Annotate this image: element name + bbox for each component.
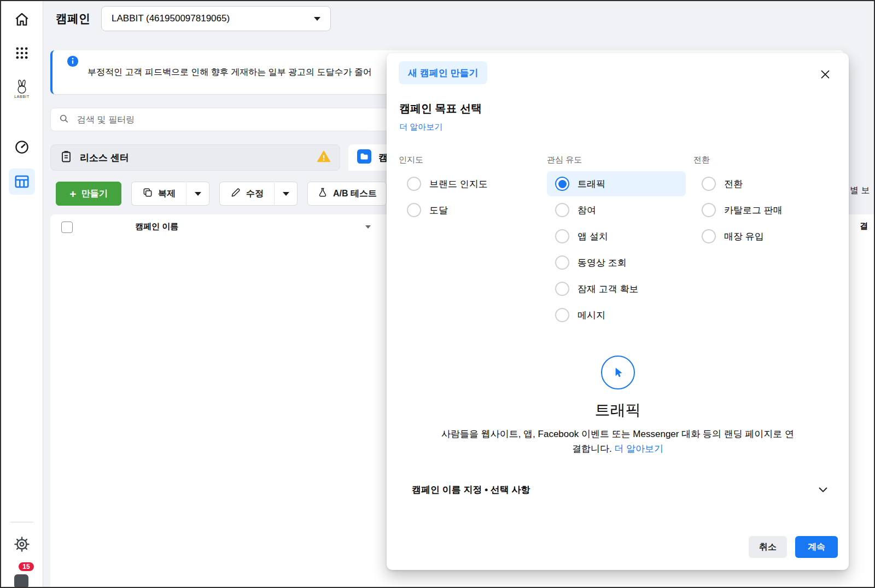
radio-icon <box>555 255 569 270</box>
duplicate-button[interactable]: 복제 <box>131 182 186 206</box>
copy-icon <box>142 187 153 200</box>
notification-badge[interactable]: 15 <box>18 561 35 572</box>
radio-icon <box>555 308 569 322</box>
objective-groups: 인지도 브랜드 인지도 도달 관심 유도 트래픽 <box>399 155 843 329</box>
group-awareness: 인지도 브랜드 인지도 도달 <box>399 155 547 329</box>
campaigns-table-icon[interactable] <box>9 168 35 195</box>
edit-split-button: 수정 <box>219 182 298 206</box>
objective-label: 카탈로그 판매 <box>724 204 783 217</box>
chevron-down-icon <box>195 192 201 196</box>
chevron-down-icon <box>817 484 829 496</box>
duplicate-button-label: 복제 <box>158 188 176 200</box>
duplicate-split-button: 복제 <box>131 182 209 206</box>
create-button[interactable]: + 만들기 <box>56 182 121 206</box>
objective-label: 동영상 조회 <box>578 257 627 269</box>
settings-gear-icon[interactable] <box>9 531 35 557</box>
column-campaign-name[interactable]: 캠페인 이름 <box>135 214 178 239</box>
objective-lead-generation[interactable]: 잠재 고객 확보 <box>547 276 686 301</box>
objective-label: 앱 설치 <box>578 230 608 243</box>
radio-icon <box>555 282 569 296</box>
learn-more-link[interactable]: 더 알아보기 <box>399 122 442 132</box>
alert-icon[interactable] <box>14 574 28 588</box>
selected-objective-title: 트래픽 <box>387 400 849 421</box>
close-icon <box>819 68 831 80</box>
radio-icon <box>555 177 569 191</box>
chevron-down-icon <box>314 17 320 21</box>
objective-reach[interactable]: 도달 <box>399 197 539 223</box>
create-campaign-modal: 새 캠페인 만들기 캠페인 목표 선택 더 알아보기 인지도 브랜드 인지도 도… <box>387 53 849 570</box>
objective-description: 사람들을 웹사이트, 앱, Facebook 이벤트 또는 Messenger … <box>441 427 795 456</box>
objective-app-installs[interactable]: 앱 설치 <box>547 224 686 249</box>
radio-icon <box>702 203 716 217</box>
objective-label: 잠재 고객 확보 <box>578 283 638 295</box>
radio-icon <box>407 203 421 217</box>
page-title: 캠페인 <box>56 11 90 26</box>
group-conversion-header: 전환 <box>693 155 843 167</box>
edit-dropdown-button[interactable] <box>274 182 298 206</box>
objective-label: 브랜드 인지도 <box>429 178 488 190</box>
group-consideration: 관심 유도 트래픽 참여 앱 설치 동영상 조회 <box>547 155 693 329</box>
edit-button[interactable]: 수정 <box>219 182 274 206</box>
group-consideration-header: 관심 유도 <box>547 155 693 167</box>
account-selector[interactable]: LABBIT (461950097819065) <box>101 6 331 31</box>
apps-grid-icon[interactable] <box>9 40 35 66</box>
warning-icon <box>317 149 331 166</box>
campaign-name-section-label: 캠페인 이름 지정 • 선택 사항 <box>400 484 530 496</box>
detail-learn-more-link[interactable]: 더 알아보기 <box>614 444 663 454</box>
labbit-logo-text: LABBIT <box>14 95 29 98</box>
modal-heading: 캠페인 목표 선택 <box>399 101 482 116</box>
column-edge-fragment: 결 <box>860 221 868 231</box>
clipboard-icon <box>60 150 73 165</box>
notice-text: 부정적인 고객 피드백으로 인해 향후 게재하는 일부 광고의 도달수가 줄어 <box>88 67 372 78</box>
labbit-logo[interactable]: LABBIT <box>9 77 35 103</box>
info-icon <box>67 55 79 69</box>
toolbar: + 만들기 복제 수정 <box>56 182 387 206</box>
notification-count: 15 <box>22 563 30 570</box>
create-button-label: 만들기 <box>81 188 108 200</box>
objective-traffic[interactable]: 트래픽 <box>547 171 686 196</box>
traffic-objective-icon <box>601 356 635 389</box>
radio-icon <box>407 177 421 191</box>
objective-engagement[interactable]: 참여 <box>547 197 686 223</box>
group-conversion: 전환 전환 카탈로그 판매 매장 유입 <box>693 155 843 329</box>
duplicate-dropdown-button[interactable] <box>186 182 209 206</box>
ab-test-button-label: A/B 테스트 <box>333 188 377 200</box>
tab-resource-center[interactable]: 리소스 센터 <box>50 144 340 171</box>
ab-test-button[interactable]: A/B 테스트 <box>307 182 387 206</box>
radio-icon <box>702 177 716 191</box>
objective-video-views[interactable]: 동영상 조회 <box>547 250 686 275</box>
continue-button[interactable]: 계속 <box>795 536 838 558</box>
cursor-arrow-icon <box>611 365 625 380</box>
toolbar-edge-fragment: 별 보 <box>850 185 870 196</box>
group-awareness-header: 인지도 <box>399 155 547 167</box>
objective-messages[interactable]: 메시지 <box>547 302 686 328</box>
dashboard-gauge-icon[interactable] <box>9 134 35 160</box>
objective-store-traffic[interactable]: 매장 유입 <box>693 224 836 249</box>
close-button[interactable] <box>815 64 836 85</box>
objective-brand-awareness[interactable]: 브랜드 인지도 <box>399 171 539 196</box>
objective-catalog-sales[interactable]: 카탈로그 판매 <box>693 197 836 223</box>
modal-footer: 취소 계속 <box>749 536 838 558</box>
radio-icon <box>555 229 569 243</box>
campaign-name-section[interactable]: 캠페인 이름 지정 • 선택 사항 <box>400 475 829 504</box>
pencil-icon <box>230 187 241 200</box>
search-icon <box>59 113 69 126</box>
plus-icon: + <box>69 188 76 200</box>
objective-conversions[interactable]: 전환 <box>693 171 836 196</box>
cancel-button[interactable]: 취소 <box>749 536 787 558</box>
sidebar: LABBIT 15 <box>1 1 43 587</box>
sidebar-divider <box>10 522 33 522</box>
select-all-checkbox[interactable] <box>61 222 73 233</box>
sort-caret-icon[interactable] <box>365 225 371 229</box>
objective-label: 도달 <box>429 204 448 217</box>
topbar: 캠페인 LABBIT (461950097819065) <box>43 1 874 36</box>
edit-button-label: 수정 <box>246 188 264 200</box>
modal-title-badge: 새 캠페인 만들기 <box>399 61 487 84</box>
objective-label: 전환 <box>724 178 743 190</box>
objective-label: 메시지 <box>578 309 605 322</box>
objective-label: 트래픽 <box>578 178 605 190</box>
radio-icon <box>702 229 716 243</box>
home-icon[interactable] <box>9 6 35 32</box>
account-selector-value: LABBIT (461950097819065) <box>112 13 230 24</box>
flask-icon <box>317 187 328 200</box>
